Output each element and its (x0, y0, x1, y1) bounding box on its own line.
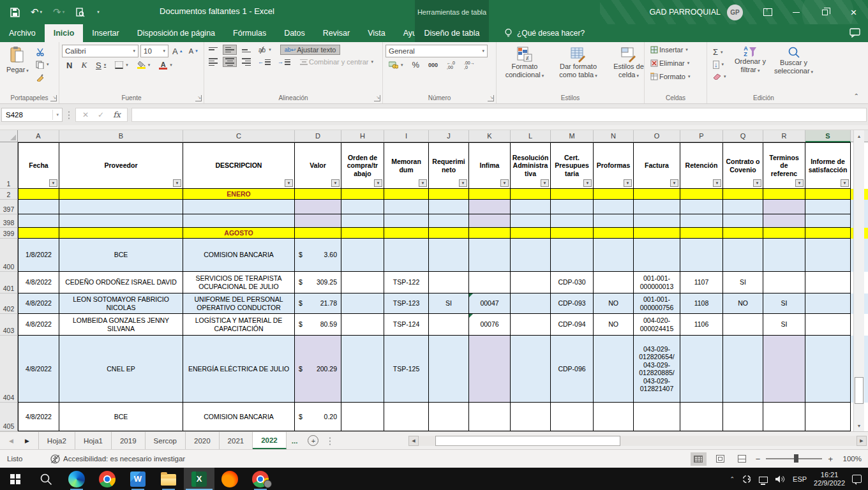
cell-K400[interactable] (469, 239, 511, 272)
tab-table-design[interactable]: Diseño de tabla (415, 24, 489, 42)
cell-P2[interactable] (680, 189, 723, 200)
cell-J398[interactable] (429, 214, 469, 228)
format-as-table-button[interactable]: Dar formato como tabla (550, 45, 606, 93)
tab-disposici-n-de-p-gina[interactable]: Disposición de página (128, 24, 224, 42)
sheet-tab-hoja2[interactable]: Hoja2 (38, 432, 75, 449)
cell-N401[interactable] (594, 272, 634, 293)
insert-function-icon[interactable]: fx (113, 110, 121, 119)
cell-K1[interactable]: Infima▼ (469, 142, 511, 189)
filter-button-R[interactable]: ▼ (795, 179, 804, 187)
cell-B399[interactable] (59, 228, 183, 239)
orientation-button[interactable]: ab (256, 45, 273, 55)
font-size-select[interactable]: 10▾ (140, 45, 168, 57)
cell-Q401[interactable]: SI (723, 272, 763, 293)
increase-indent-button[interactable]: → (276, 57, 292, 67)
cell-N2[interactable] (594, 189, 634, 200)
cell-R398[interactable] (763, 214, 805, 228)
taskbar-firefox[interactable] (214, 468, 245, 490)
ribbon-display-options-button[interactable] (753, 0, 782, 24)
cell-A400[interactable]: 1/8/2022 (18, 239, 59, 272)
filter-button-A[interactable]: ▼ (49, 179, 57, 187)
filter-button-M[interactable]: ▼ (583, 179, 592, 187)
align-top-button[interactable] (207, 45, 220, 55)
cell-C397[interactable] (183, 200, 295, 214)
cancel-icon[interactable]: ✕ (82, 110, 89, 119)
cell-B2[interactable] (59, 189, 183, 200)
formula-input[interactable] (131, 108, 867, 122)
cell-P404[interactable] (680, 336, 723, 403)
format-painter-button[interactable] (34, 72, 51, 82)
cell-O399[interactable] (634, 228, 680, 239)
cell-D400[interactable]: $3.60 (295, 239, 341, 272)
cell-C400[interactable]: COMISION BANCARIA (183, 239, 295, 272)
formula-bar-splitter[interactable] (68, 110, 70, 119)
decrease-indent-button[interactable]: ← (256, 57, 273, 67)
cell-L400[interactable] (511, 239, 551, 272)
name-box[interactable]: S428▾ (1, 108, 63, 122)
cell-H400[interactable] (341, 239, 384, 272)
fill-button[interactable]: ↓ (711, 59, 728, 70)
cell-B402[interactable]: LEON SOTOMAYOR FABRICIO NICOLAS (59, 293, 183, 314)
cell-J401[interactable] (429, 272, 469, 293)
cell-L398[interactable] (511, 214, 551, 228)
cell-S399[interactable] (805, 228, 851, 239)
cell-D398[interactable] (295, 214, 341, 228)
cell-D401[interactable]: $309.25 (295, 272, 341, 293)
row-header-399[interactable]: 399 (0, 228, 18, 239)
cell-S398[interactable] (805, 214, 851, 228)
cell-L397[interactable] (511, 200, 551, 214)
cell-H398[interactable] (341, 214, 384, 228)
column-header-A[interactable]: A (18, 130, 59, 142)
delete-cells-button[interactable]: Eliminar (648, 58, 704, 68)
comma-style-button[interactable]: 000 (426, 60, 440, 70)
cell-S404[interactable] (805, 336, 851, 403)
cell-N399[interactable] (594, 228, 634, 239)
cell-H2[interactable] (341, 189, 384, 200)
alignment-dialog-launcher[interactable]: ↘ (374, 95, 380, 101)
cell-N402[interactable]: NO (594, 293, 634, 314)
column-header-Q[interactable]: Q (723, 130, 763, 142)
scroll-right-icon[interactable]: ▶ (857, 436, 867, 446)
shrink-font-button[interactable]: A▼ (187, 46, 200, 56)
cell-C398[interactable] (183, 214, 295, 228)
cell-M397[interactable] (551, 200, 594, 214)
filter-button-B[interactable]: ▼ (173, 179, 181, 187)
cell-M402[interactable]: CDP-093 (551, 293, 594, 314)
cell-J405[interactable] (429, 403, 469, 431)
cell-M1[interactable]: Cert. Presupues taria▼ (551, 142, 594, 189)
cell-L402[interactable] (511, 293, 551, 314)
sheet-nav-right-icon[interactable]: ▶ (25, 438, 29, 444)
format-cells-button[interactable]: Formato (648, 71, 704, 82)
cell-D397[interactable] (295, 200, 341, 214)
row-header-2[interactable]: 2 (0, 189, 18, 200)
row-header-398[interactable]: 398 (0, 214, 18, 228)
redo-icon[interactable]: ↷▾ (53, 6, 64, 18)
cell-R401[interactable] (763, 272, 805, 293)
conditional-formatting-button[interactable]: ≠ Formato condicional (499, 45, 550, 93)
cell-L2[interactable] (511, 189, 551, 200)
cell-P397[interactable] (680, 200, 723, 214)
tab-f-rmulas[interactable]: Fórmulas (224, 24, 275, 42)
cell-D2[interactable] (295, 189, 341, 200)
taskbar-edge[interactable] (61, 468, 92, 490)
cell-D404[interactable]: $200.29 (295, 336, 341, 403)
cell-H401[interactable] (341, 272, 384, 293)
taskbar-excel[interactable]: X (184, 468, 214, 490)
cell-N397[interactable] (594, 200, 634, 214)
sync-icon[interactable] (742, 474, 752, 484)
cell-S403[interactable] (805, 314, 851, 336)
percent-style-button[interactable]: % (410, 59, 422, 70)
cell-I403[interactable]: TSP-124 (384, 314, 429, 336)
cell-N398[interactable] (594, 214, 634, 228)
cell-O398[interactable] (634, 214, 680, 228)
align-right-button[interactable] (240, 57, 253, 67)
cell-M405[interactable] (551, 403, 594, 431)
cell-P400[interactable] (680, 239, 723, 272)
cell-A401[interactable]: 4/8/2022 (18, 272, 59, 293)
cell-R397[interactable] (763, 200, 805, 214)
cell-I1[interactable]: Memoran dum▼ (384, 142, 429, 189)
cell-R400[interactable] (763, 239, 805, 272)
column-header-J[interactable]: J (429, 130, 469, 142)
cell-H1[interactable]: Orden de compra/tr abajo▼ (341, 142, 384, 189)
cell-S402[interactable] (805, 293, 851, 314)
